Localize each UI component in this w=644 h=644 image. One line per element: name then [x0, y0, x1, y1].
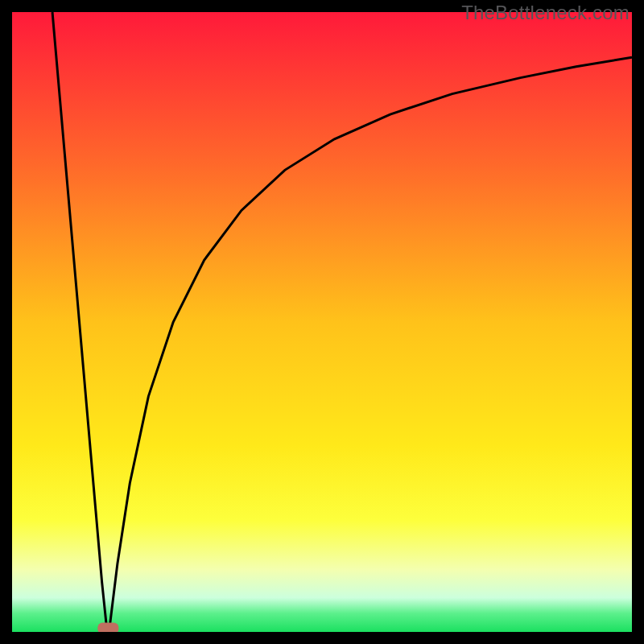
watermark-text: TheBottleneck.com [461, 2, 630, 24]
chart-background [12, 12, 632, 632]
chart-plot [12, 12, 632, 632]
chart-frame: TheBottleneck.com [0, 0, 644, 644]
minimum-marker [97, 622, 118, 632]
